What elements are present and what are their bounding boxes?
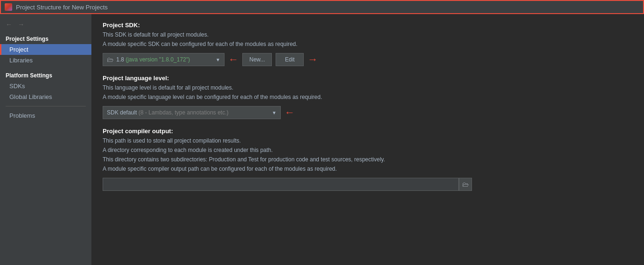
language-section: Project language level: This language le… (103, 75, 633, 119)
arrow-to-language-icon: ← (285, 106, 295, 119)
compiler-desc1: This path is used to store all project c… (103, 136, 633, 145)
sdk-row: 🗁 1.8 (java version "1.8.0_172") ▼ ← New… (103, 53, 633, 66)
compiler-desc3: This directory contains two subdirectori… (103, 155, 633, 164)
edit-arrow-annotation: → (307, 53, 318, 66)
forward-button[interactable]: → (16, 20, 26, 29)
sdk-dropdown[interactable]: 🗁 1.8 (java version "1.8.0_172") ▼ (103, 53, 225, 66)
app-icon (5, 3, 12, 11)
language-dropdown[interactable]: SDK default (8 - Lambdas, type annotatio… (103, 106, 281, 119)
language-row: SDK default (8 - Lambdas, type annotatio… (103, 106, 633, 119)
language-detail-text: (8 - Lambdas, type annotations etc.) (138, 109, 228, 116)
language-title: Project language level: (103, 75, 633, 82)
sidebar-item-global-libraries[interactable]: Global Libraries (0, 91, 91, 102)
project-settings-header: Project Settings (0, 33, 91, 44)
sdk-desc1: This SDK is default for all project modu… (103, 30, 633, 39)
edit-button[interactable]: Edit (276, 53, 304, 66)
compiler-title: Project compiler output: (103, 128, 633, 135)
language-desc1: This language level is default for all p… (103, 83, 633, 92)
language-dropdown-arrow-icon: ▼ (272, 110, 277, 115)
sidebar: ← → Project Settings Project Libraries P… (0, 14, 91, 265)
arrow-to-new-icon: ← (228, 53, 239, 66)
arrow-to-edit-icon: → (307, 53, 318, 66)
new-button[interactable]: New... (242, 53, 272, 66)
dropdown-arrow-icon: ▼ (216, 57, 220, 62)
folder-browse-icon: 🗁 (462, 181, 469, 188)
sidebar-item-libraries[interactable]: Libraries (0, 55, 91, 66)
nav-buttons: ← → (0, 18, 91, 33)
platform-settings-header: Platform Settings (0, 69, 91, 81)
title-bar: Project Structure for New Projects (0, 0, 644, 14)
folder-icon: 🗁 (107, 56, 113, 63)
compiler-output-input[interactable] (103, 178, 459, 191)
compiler-desc4: A module specific compiler output path c… (103, 165, 633, 173)
sidebar-item-sdks[interactable]: SDKs (0, 81, 91, 91)
sidebar-item-problems[interactable]: Problems (0, 110, 91, 121)
sdk-dropdown-value: 1.8 (java version "1.8.0_172") (116, 56, 213, 63)
title-bar-text: Project Structure for New Projects (16, 4, 108, 11)
compiler-desc2: A directory corresponding to each module… (103, 146, 633, 154)
sidebar-item-project[interactable]: Project (0, 44, 91, 55)
new-arrow-annotation: ← (228, 53, 239, 66)
language-arrow-annotation: ← (285, 106, 295, 119)
main-container: ← → Project Settings Project Libraries P… (0, 14, 644, 265)
output-row: 🗁 (103, 178, 633, 191)
sdk-title: Project SDK: (103, 22, 633, 29)
compiler-section: Project compiler output: This path is us… (103, 128, 633, 191)
language-dropdown-value: SDK default (8 - Lambdas, type annotatio… (107, 109, 269, 116)
compiler-folder-button[interactable]: 🗁 (459, 178, 472, 191)
language-desc2: A module specific language level can be … (103, 93, 633, 101)
content-area: Project SDK: This SDK is default for all… (91, 14, 644, 265)
java-version: (java version "1.8.0_172") (126, 56, 190, 63)
sidebar-divider (6, 106, 86, 106)
sdk-default-text: SDK default (107, 109, 137, 116)
back-button[interactable]: ← (4, 20, 14, 29)
sdk-section: Project SDK: This SDK is default for all… (103, 22, 633, 66)
sdk-desc2: A module specific SDK can be configured … (103, 40, 633, 48)
